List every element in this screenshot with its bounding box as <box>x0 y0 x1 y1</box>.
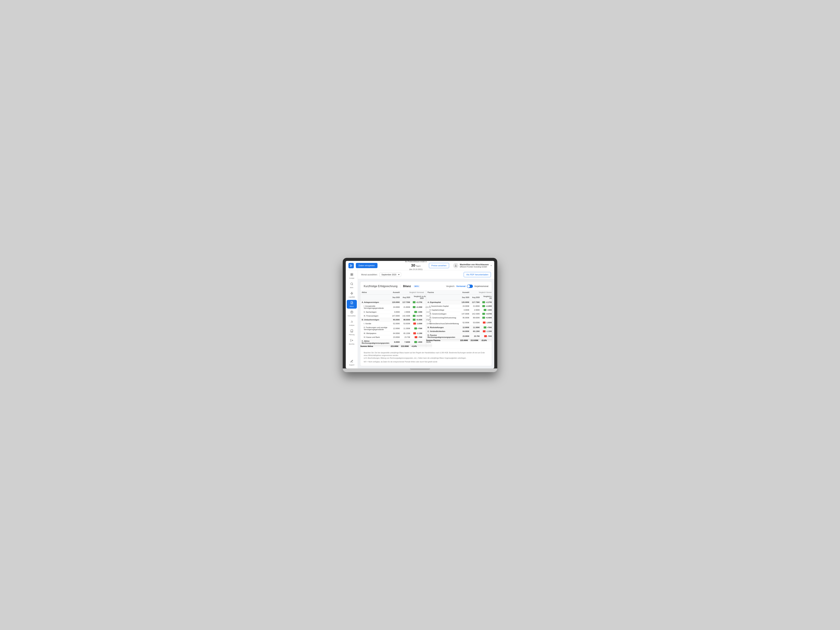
row-sep: 147.000€ <box>391 314 401 318</box>
filter-left: Monat auswählen: September 2020 <box>361 273 401 277</box>
sidebar-item-bilanz[interactable]: Bilanz <box>347 300 357 309</box>
row-diff-val: +700€ <box>411 325 423 332</box>
analyse-label: Analyse <box>349 324 354 326</box>
sidebar-item-berichte[interactable]: Berichte <box>347 338 357 346</box>
row-label: V. Jahresüberschuss/Jahresfehlbetrag <box>426 320 460 325</box>
row-label: III. Finanzanlagen <box>360 314 391 318</box>
diff-bar <box>483 330 486 332</box>
compare-vorjahr[interactable]: Vorjahresmonat <box>474 285 488 287</box>
beta-badge: BETA <box>414 285 420 287</box>
svg-rect-3 <box>351 275 352 276</box>
row-aug: 23.70€ <box>471 333 481 339</box>
svg-line-6 <box>352 284 353 285</box>
table-row: I. Immaterielle Vermögensgegenstände 24.… <box>360 304 432 310</box>
svg-point-0 <box>455 265 456 265</box>
analyse-icon <box>350 320 353 324</box>
sidebar-item-planung[interactable]: Planung <box>347 328 357 337</box>
table-row: V. Jahresüberschuss/Jahresfehlbetrag 52.… <box>426 320 492 325</box>
row-sep: 24.000€ <box>391 304 401 310</box>
table-row: C. Verbindlichkeiten 64.000€ 65.130€ -1.… <box>426 330 492 333</box>
row-sep: 64.000€ <box>391 332 401 335</box>
row-aug: 117.730€ <box>471 300 481 304</box>
diff-bar <box>414 327 417 330</box>
compare-section: Vergleich: Vormonat Vorjahresmonat <box>446 284 488 288</box>
row-label: A. Anlagevermögen <box>360 300 391 304</box>
table-row: II. Sachanlagen 3.000€ 2.900€ +100€ +3,4… <box>360 310 432 314</box>
diff-value: -700€ <box>418 336 422 338</box>
row-label: C. Aktive Rechnungsabgrenzungsposten <box>360 339 391 345</box>
table-row: C. Aktive Rechnungsabgrenzungsposten 8.0… <box>360 339 432 345</box>
sep-header-p: Sep 2020 <box>462 297 469 298</box>
compare-label: Vergleich: <box>446 285 455 287</box>
user-chevron[interactable]: ▾ <box>491 265 491 267</box>
kennzahlen-label: Kennzahlen <box>348 315 356 317</box>
row-aug: 142.430€ <box>471 312 481 316</box>
row-diff-val: +2.200€ <box>481 304 492 308</box>
bilanz-icon <box>350 301 353 305</box>
aktiva-total-sep: 223.000€ <box>391 345 401 347</box>
row-diff-val: -700€ <box>481 333 492 339</box>
diff-value: +2.270€ <box>486 302 492 303</box>
trial-tagen: Tagen <box>415 265 421 267</box>
diff-value: -1.130€ <box>417 333 422 334</box>
cockpit-label: Cockpit <box>349 277 354 279</box>
diff-bar <box>415 336 417 338</box>
diff-bar <box>483 322 486 324</box>
vergleich-label-p: Vergleich Vormonat <box>479 292 492 293</box>
diff-bar <box>484 335 487 337</box>
row-diff-val: -1.830€ <box>411 322 423 325</box>
passiva-section: Passiva Auswahl Vergleich Vormonat <box>426 291 492 347</box>
row-sep: 120.000€ <box>460 300 471 304</box>
row-sep: 64.000€ <box>460 330 471 333</box>
month-select[interactable]: September 2020 <box>379 273 401 277</box>
aktiva-col-aug: Aug 2020 <box>401 295 411 300</box>
sidebar-item-support[interactable]: Support <box>347 358 357 367</box>
row-sep: 24.000€ <box>460 304 471 308</box>
sidebar: Cockpit BWA <box>346 270 358 368</box>
row-label: A. Eigenkapital <box>426 300 460 304</box>
row-aug: 142.430€ <box>401 314 411 318</box>
sidebar-item-analyse[interactable]: Analyse <box>347 319 357 327</box>
row-diff-val: +4.570€ <box>411 314 423 318</box>
diff-bar <box>484 327 486 328</box>
table-row: IV. Kasse und Bank 23.000€ 23.70€ -700€ … <box>360 335 432 339</box>
row-diff-val: +2.270€ <box>411 300 423 304</box>
passiva-total-label: Summe Passiva <box>426 339 460 341</box>
compare-vormonat[interactable]: Vormonat <box>456 285 466 287</box>
laptop-frame: Daten einspielen Ihr Probezeitraum endet… <box>343 258 497 372</box>
passiva-total-pct: -15,6% <box>481 339 487 341</box>
user-avatar <box>453 263 458 268</box>
row-label: C. Verbindlichkeiten <box>426 330 460 333</box>
prices-button[interactable]: Preise ansehen <box>429 263 449 268</box>
aktiva-total-row: Summe Aktiva 223.000€ 213.930€ +3,4% <box>360 345 432 347</box>
row-aug: 2.900€ <box>401 310 411 314</box>
row-sep: 23.000€ <box>391 335 401 339</box>
sidebar-item-bwa[interactable]: BWA <box>347 281 357 290</box>
pdf-download-button[interactable]: Als PDF herunterladen <box>464 272 491 277</box>
sidebar-item-cockpit[interactable]: Cockpit <box>347 272 357 280</box>
row-diff-val: +100€ <box>481 308 492 312</box>
liquiditaet-label: Liquidität <box>349 296 355 298</box>
passiva-total-row: Summe Passiva 223.000€ 213.930€ -15,6% <box>426 339 492 341</box>
compare-toggle[interactable] <box>467 284 473 288</box>
import-data-button[interactable]: Daten einspielen <box>356 263 377 268</box>
svg-point-10 <box>351 312 352 313</box>
diff-value: +6.400€ <box>416 319 422 321</box>
diff-value: +100€ <box>418 311 422 313</box>
row-diff-val: -1.130€ <box>411 332 423 335</box>
sidebar-item-kennzahlen[interactable]: Kennzahlen <box>347 309 357 318</box>
row-label: IV. Gewinnvortrag/Verlustvortrag <box>426 316 460 320</box>
passiva-col-aug: Aug 2020 <box>471 295 481 300</box>
passiva-vergleich-header: Vergleich Vormonat <box>471 291 492 295</box>
row-aug: 88.600€ <box>471 316 481 320</box>
svg-point-5 <box>351 283 353 285</box>
aktiva-col-empty <box>360 295 391 300</box>
diff-value: +4.570€ <box>486 313 492 315</box>
table-row: IV. Gewinnvortrag/Verlustvortrag 95.000€… <box>426 316 492 320</box>
top-bar: Daten einspielen Ihr Probezeitraum endet… <box>346 261 494 270</box>
diff-bar <box>413 332 416 334</box>
sidebar-item-liquiditaet[interactable]: Liquidität <box>347 291 357 299</box>
card-header: Kurzfristige Erfolgsrechnung Bilanz BETA… <box>360 281 492 291</box>
berichte-label: Berichte <box>349 343 354 345</box>
card-title-section: Kurzfristige Erfolgsrechnung Bilanz BETA <box>364 284 444 288</box>
